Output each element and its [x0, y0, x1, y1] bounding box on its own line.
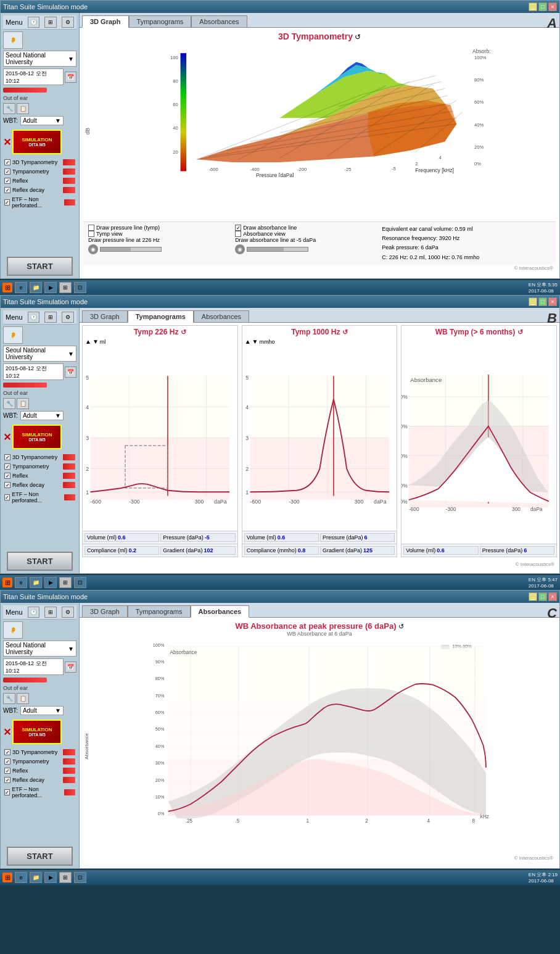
institution-dropdown-a[interactable]: Seoul National University ▼	[3, 51, 76, 67]
slider-1-a[interactable]	[100, 247, 162, 252]
item-reflex-b[interactable]: ✓ Reflex	[3, 472, 76, 479]
item-reflex-decay-b[interactable]: ✓ Reflex decay	[3, 481, 76, 489]
clock-icon-a[interactable]: 🕐	[28, 17, 40, 28]
cb-reflex-c[interactable]: ✓	[4, 768, 10, 774]
maximize-btn-b[interactable]: □	[538, 297, 547, 306]
media-icon-c[interactable]: ▶	[44, 872, 57, 883]
up-arrow-226-b[interactable]: ▲	[85, 338, 91, 345]
grid-icon-c[interactable]: ⊞	[44, 607, 57, 618]
item-tymp-c[interactable]: ✓ Tympanometry	[3, 758, 76, 765]
close-btn-b[interactable]: ×	[548, 297, 557, 306]
item-tympanometry-a[interactable]: ✓ Tympanometry	[3, 168, 76, 175]
cb-etf-c[interactable]: ✓	[4, 789, 10, 795]
app-icon-a[interactable]: ⊡	[74, 282, 86, 293]
start-btn-c[interactable]: START	[7, 847, 73, 866]
cb-reflex-b[interactable]: ✓	[4, 473, 10, 479]
start-icon-a[interactable]: ⊞	[2, 283, 12, 292]
ie-icon-b[interactable]: e	[15, 577, 27, 588]
ie-icon-a[interactable]: e	[15, 282, 27, 293]
item-3d-tympanometry-b[interactable]: ✓ 3D Tympanometry	[3, 454, 76, 461]
tool1-icon-a[interactable]: 🔧	[3, 103, 15, 114]
tab-tympanograms-b[interactable]: Tympanograms	[128, 310, 194, 323]
cb-3d-c[interactable]: ✓	[4, 749, 10, 755]
minimize-btn-c[interactable]: _	[529, 592, 537, 601]
item-tympanometry-b[interactable]: ✓ Tympanometry	[3, 463, 76, 470]
tab-tympanograms-a[interactable]: Tympanograms	[129, 15, 192, 27]
grid-icon-b[interactable]: ⊞	[44, 312, 57, 323]
maximize-btn-c[interactable]: □	[538, 592, 547, 601]
tool2-icon-b[interactable]: 📋	[17, 398, 29, 409]
settings-icon-b[interactable]: ⚙	[62, 312, 74, 323]
ie-icon-c[interactable]: e	[15, 872, 27, 883]
net-icon-a[interactable]: ⊞	[59, 282, 72, 293]
tool2-icon-a[interactable]: 📋	[17, 103, 29, 114]
item-etf-a[interactable]: ✓ ETF – Non perforated...	[3, 196, 76, 209]
net-icon-b[interactable]: ⊞	[59, 577, 72, 588]
app-icon-b[interactable]: ⊡	[74, 577, 86, 588]
cb-rd-c[interactable]: ✓	[4, 777, 10, 783]
cal-icon-a[interactable]: 📅	[65, 72, 76, 83]
down-arrow-226-b[interactable]: ▼	[93, 338, 99, 345]
item-3d-c[interactable]: ✓ 3D Tympanometry	[3, 749, 76, 756]
media-icon-a[interactable]: ▶	[44, 282, 57, 293]
start-icon-b[interactable]: ⊞	[2, 578, 12, 587]
tab-3d-graph-b[interactable]: 3D Graph	[82, 310, 128, 322]
cb-tymp-a[interactable]: ✓	[4, 168, 10, 175]
folder-icon-a[interactable]: 📁	[30, 282, 42, 293]
refresh-icon-a[interactable]: ↺	[355, 33, 361, 41]
cb-tymp-c[interactable]: ✓	[4, 758, 10, 765]
item-reflex-a[interactable]: ✓ Reflex	[3, 177, 76, 185]
cb-av-a[interactable]	[235, 231, 241, 237]
minimize-btn-a[interactable]: _	[529, 2, 537, 11]
ear-icon-c[interactable]: 👂	[3, 621, 23, 639]
date-field-a[interactable]: 2015-08-12 오전 10:12	[3, 68, 64, 85]
tool2-icon-c[interactable]: 📋	[17, 693, 29, 704]
clock-icon-c[interactable]: 🕐	[28, 607, 40, 618]
cb-etf-a[interactable]: ✓	[4, 199, 10, 205]
start-btn-b[interactable]: START	[7, 552, 73, 571]
app-icon-c[interactable]: ⊡	[74, 872, 86, 883]
grid-icon-a[interactable]: ⊞	[44, 17, 57, 28]
up-arrow-1000-b[interactable]: ▲	[245, 338, 251, 345]
start-icon-c[interactable]: ⊞	[2, 873, 12, 882]
tab-absorbances-a[interactable]: Absorbances	[191, 15, 247, 27]
item-3d-tympanometry-a[interactable]: ✓ 3D Tympanometry	[3, 159, 76, 166]
maximize-btn-a[interactable]: □	[538, 2, 547, 11]
cb-etf-b[interactable]: ✓	[4, 494, 10, 500]
net-icon-c[interactable]: ⊞	[59, 872, 72, 883]
refresh-226-b[interactable]: ↺	[181, 328, 186, 336]
minimize-btn-b[interactable]: _	[529, 297, 537, 306]
tab-tympanograms-c[interactable]: Tympanograms	[128, 605, 191, 617]
cb-al-a[interactable]: ✓	[235, 225, 241, 231]
date-field-c[interactable]: 2015-08-12 오전 10:12	[3, 658, 64, 675]
folder-icon-b[interactable]: 📁	[30, 577, 42, 588]
ear-icon-b[interactable]: 👂	[3, 326, 23, 344]
tab-3d-graph-c[interactable]: 3D Graph	[82, 605, 128, 617]
slider-btn-1-a[interactable]: ◉	[88, 244, 98, 254]
close-btn-c[interactable]: ×	[548, 592, 557, 601]
down-arrow-1000-b[interactable]: ▼	[252, 338, 258, 345]
cb-tymp-b[interactable]: ✓	[4, 463, 10, 470]
media-icon-b[interactable]: ▶	[44, 577, 57, 588]
date-field-b[interactable]: 2015-08-12 오전 10:12	[3, 363, 64, 380]
start-btn-a[interactable]: START	[7, 257, 73, 276]
folder-icon-c[interactable]: 📁	[30, 872, 42, 883]
tab-absorbances-b[interactable]: Absorbances	[194, 310, 249, 322]
slider-btn-2-a[interactable]: ◉	[235, 244, 245, 254]
refresh-c[interactable]: ↺	[398, 623, 404, 630]
menu-label-c[interactable]: Menu	[6, 608, 23, 616]
wbt-dropdown-c[interactable]: Adult▼	[20, 706, 64, 715]
item-etf-b[interactable]: ✓ ETF – Non perforated...	[3, 491, 76, 504]
tab-3d-graph-a[interactable]: 3D Graph	[82, 15, 129, 28]
settings-icon-a[interactable]: ⚙	[62, 17, 74, 28]
wbt-dropdown-a[interactable]: Adult▼	[20, 116, 64, 125]
item-etf-c[interactable]: ✓ ETF – Non perforated...	[3, 786, 76, 799]
tool1-icon-c[interactable]: 🔧	[3, 693, 15, 704]
settings-icon-c[interactable]: ⚙	[62, 607, 74, 618]
tab-absorbances-c[interactable]: Absorbances	[191, 605, 250, 618]
cb-rd-b[interactable]: ✓	[4, 482, 10, 488]
menu-label-b[interactable]: Menu	[6, 313, 23, 321]
tool1-icon-b[interactable]: 🔧	[3, 398, 15, 409]
institution-dropdown-c[interactable]: Seoul National University▼	[3, 641, 76, 657]
cal-icon-b[interactable]: 📅	[65, 367, 76, 378]
